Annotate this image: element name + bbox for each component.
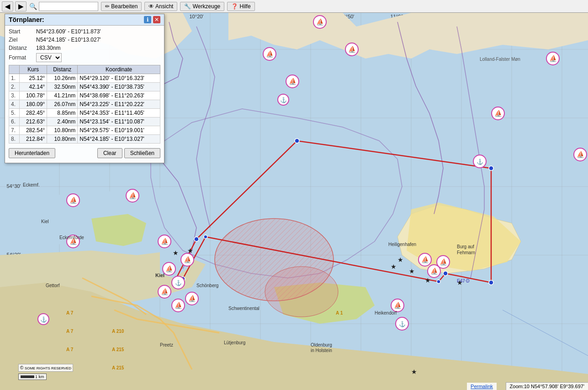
torn-close-button[interactable]: ✕ (153, 16, 160, 23)
svg-text:⛵: ⛵ (165, 265, 174, 273)
cell-nr: 5. (9, 109, 20, 118)
svg-text:★: ★ (187, 247, 193, 254)
svg-point-47 (265, 267, 338, 317)
werkzeuge-button[interactable]: 🔧 Werkzeuge (180, 2, 224, 11)
torn-panel-header[interactable]: Törnplaner: ℹ ✕ (5, 14, 164, 26)
svg-text:⛵: ⛵ (289, 78, 297, 85)
svg-text:⛵: ⛵ (440, 258, 448, 266)
svg-point-50 (295, 139, 299, 143)
svg-text:⛵: ⛵ (494, 110, 503, 118)
herunterladen-button[interactable]: Herunterladen (9, 148, 55, 158)
svg-text:A 7: A 7 (66, 329, 74, 334)
cell-kurs: 282.54° (19, 126, 47, 135)
svg-text:⛵: ⛵ (348, 46, 356, 53)
svg-text:⛵: ⛵ (188, 295, 196, 303)
svg-text:Gettorf: Gettorf (46, 283, 60, 288)
cell-kurs: 25.12° (19, 74, 47, 83)
svg-point-61 (263, 48, 276, 60)
svg-text:Schwentinental: Schwentinental (228, 306, 260, 311)
svg-text:★: ★ (411, 368, 417, 375)
svg-text:⛵: ⛵ (266, 50, 274, 58)
svg-text:11°10': 11°10' (441, 14, 455, 19)
svg-line-133 (503, 310, 588, 356)
cell-nr: 2. (9, 83, 20, 91)
cell-nr: 6. (9, 118, 20, 126)
svg-text:11°20': 11°20' (491, 14, 505, 19)
torn-buttons: Herunterladen Clear Schließen (9, 146, 160, 160)
hilfe-button[interactable]: ❓ Hilfe (227, 2, 254, 11)
schliessen-button[interactable]: Schließen (124, 148, 160, 158)
table-row: 8. 212.84° 10.80nm N54°24.185' - E10°13.… (9, 135, 160, 144)
svg-point-51 (489, 166, 493, 171)
svg-text:★: ★ (397, 256, 403, 263)
svg-text:A 7: A 7 (66, 347, 74, 352)
nav-group: ◀ ▶ (2, 1, 26, 11)
nav-back-button[interactable]: ◀ (2, 1, 13, 11)
svg-text:Eckernförde: Eckernförde (59, 235, 84, 240)
svg-text:⚓: ⚓ (175, 279, 182, 286)
svg-point-73 (67, 194, 79, 207)
svg-text:Eckernf.: Eckernf. (23, 182, 40, 187)
svg-text:Heikendorf: Heikendorf (375, 310, 397, 315)
format-select[interactable]: CSV GPX KML (36, 53, 62, 62)
torn-panel-title: Törnplaner: (9, 16, 44, 23)
route-table-body: 1. 25.12° 10.26nm N54°29.120' - E10°16.3… (9, 74, 160, 144)
ziel-field: Ziel N54°24.185' - E10°13.027' (9, 37, 160, 43)
table-row: 2. 42.14° 32.50nm N54°43.390' - E10°38.7… (9, 83, 160, 91)
svg-point-69 (574, 148, 587, 161)
svg-text:10°50': 10°50' (340, 14, 355, 19)
svg-point-55 (204, 235, 207, 239)
svg-text:A 1: A 1 (336, 310, 343, 315)
svg-point-89 (172, 299, 185, 312)
svg-text:⛵: ⛵ (394, 302, 402, 310)
svg-point-107 (38, 314, 49, 325)
col-nr (9, 65, 20, 74)
search-input[interactable] (39, 2, 98, 11)
bearbeiten-button[interactable]: ✏ Bearbeiten (101, 2, 142, 11)
table-row: 5. 282.45° 8.85nm N54°24.353' - E11°11.4… (9, 109, 160, 118)
svg-point-65 (546, 52, 559, 65)
svg-point-52 (489, 280, 493, 285)
svg-point-71 (473, 155, 486, 168)
col-kurs: Kurs (19, 65, 47, 74)
cell-koordinate: N54°38.698' - E11°20.263' (78, 91, 160, 100)
table-row: 1. 25.12° 10.26nm N54°29.120' - E10°16.3… (9, 74, 160, 83)
svg-point-75 (126, 189, 139, 202)
cell-nr: 8. (9, 135, 20, 144)
nav-forward-button[interactable]: ▶ (15, 1, 26, 11)
svg-text:Schönberg: Schönberg (196, 283, 218, 288)
svg-point-53 (443, 271, 448, 276)
distanz-label: Distanz (9, 45, 36, 51)
torn-info-button[interactable]: ℹ (144, 16, 151, 23)
cell-kurs: 212.84° (19, 135, 47, 144)
format-field: Format CSV GPX KML (9, 53, 160, 62)
svg-point-99 (391, 299, 404, 312)
svg-point-45 (215, 219, 334, 301)
svg-point-85 (172, 276, 185, 289)
cell-nr: 1. (9, 74, 20, 83)
cell-kurs: 42.14° (19, 83, 47, 91)
cell-distanz: 10.26nm (47, 74, 78, 83)
svg-text:⛵: ⛵ (161, 288, 169, 296)
cell-distanz: 26.07nm (47, 100, 78, 109)
cell-kurs: 180.09° (19, 100, 47, 109)
ansicht-button[interactable]: 👁 Ansicht (144, 2, 177, 11)
svg-text:Preetz: Preetz (160, 342, 173, 347)
cell-distanz: 2.40nm (47, 118, 78, 126)
cell-distanz: 41.21nm (47, 91, 78, 100)
cell-distanz: 10.80nm (47, 126, 78, 135)
svg-text:⛵: ⛵ (69, 197, 78, 204)
search-icon: 🔍 (29, 3, 37, 10)
table-row: 3. 100.78° 41.21nm N54°38.698' - E11°20.… (9, 91, 160, 100)
clear-button[interactable]: Clear (97, 148, 122, 158)
cell-nr: 3. (9, 91, 20, 100)
svg-point-105 (278, 94, 289, 105)
cell-koordinate: N54°24.185' - E10°13.027' (78, 135, 160, 144)
coord-display: Zoom:10 N54°57.908' E9°39.697' (506, 382, 588, 390)
permalink[interactable]: Permalink (467, 383, 497, 390)
svg-text:in Holstein: in Holstein (311, 348, 332, 353)
svg-point-56 (180, 277, 185, 281)
cell-koordinate: N54°29.575' - E10°19.001' (78, 126, 160, 135)
svg-text:Lütjenburg: Lütjenburg (224, 340, 245, 345)
svg-point-81 (181, 253, 194, 266)
